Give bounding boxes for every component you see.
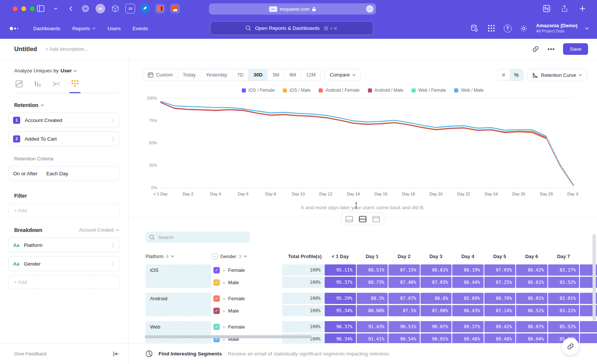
breakdown-gender[interactable]: Aa Gender ⋮ — [8, 256, 120, 271]
window-controls[interactable] — [13, 6, 35, 11]
share-icon[interactable] — [560, 4, 569, 13]
breakdown-scope-dropdown[interactable]: Account Created — [79, 228, 119, 233]
kebab-menu-icon[interactable]: ⋮ — [110, 242, 116, 248]
new-tab-button[interactable] — [578, 4, 587, 13]
copy-link-icon[interactable] — [532, 46, 539, 53]
extension-cube-icon[interactable] — [110, 4, 120, 13]
maximize-window-button[interactable] — [30, 6, 35, 11]
extension-soundcloud-icon[interactable] — [170, 4, 180, 13]
range-12m[interactable]: 12M — [301, 69, 320, 81]
nav-item-dashboards[interactable]: Dashboards — [29, 23, 65, 34]
legend-item[interactable]: Android / Male — [368, 88, 403, 93]
range-custom[interactable]: Custom — [143, 69, 178, 81]
horizontal-scrollbar[interactable] — [145, 335, 312, 338]
kebab-menu-icon[interactable]: ⋮ — [110, 136, 116, 142]
expand-row-icon[interactable]: › — [223, 308, 225, 314]
legend-item[interactable]: iOS / Male — [283, 88, 310, 93]
criteria-type[interactable]: On or After — [13, 171, 37, 176]
breakdown-section-label: Breakdown — [14, 227, 42, 233]
notion-icon[interactable] — [542, 4, 551, 13]
address-bar[interactable]: mixpanel.com — [209, 3, 376, 15]
chevron-down-icon[interactable] — [51, 4, 60, 13]
legend-item[interactable]: Web / Female — [412, 88, 446, 93]
add-breakdown-button[interactable]: + Add — [8, 275, 120, 289]
kebab-menu-icon[interactable]: ⋮ — [110, 117, 116, 123]
expand-row-icon[interactable]: › — [223, 280, 225, 285]
split-view-button[interactable] — [357, 214, 369, 223]
expand-row-icon[interactable]: › — [223, 267, 225, 273]
settings-gear-icon[interactable] — [519, 23, 529, 33]
retention-value-cell: 86.52% — [516, 305, 547, 316]
tab-retention[interactable] — [70, 80, 80, 89]
compare-button[interactable]: Compare — [325, 69, 361, 81]
save-button[interactable]: Save — [563, 43, 588, 55]
nav-item-users[interactable]: Users — [103, 23, 125, 34]
project-switcher[interactable]: Amazonia {Demo} All Project Data — [536, 23, 578, 34]
gender-label: Male — [228, 280, 239, 285]
close-window-button[interactable] — [13, 6, 18, 11]
nav-item-reports[interactable]: Reports — [68, 23, 100, 34]
range-today[interactable]: Today — [178, 69, 201, 81]
data-management-icon[interactable] — [469, 23, 479, 33]
add-filter-button[interactable]: + Add — [8, 203, 120, 217]
range-7d[interactable]: 7D — [232, 69, 249, 81]
table-search-input[interactable]: Search — [146, 232, 250, 243]
kebab-menu-icon[interactable]: ⋮ — [110, 261, 116, 267]
legend-item[interactable]: Web / Male — [454, 88, 483, 93]
more-options-button[interactable]: ••• — [547, 46, 555, 53]
extension-js-icon[interactable]: JS — [125, 4, 135, 13]
chart-only-view-button[interactable] — [343, 214, 355, 223]
report-title[interactable]: Untitled — [14, 46, 37, 53]
apps-grid-icon[interactable] — [487, 23, 496, 33]
collapse-sidebar-icon[interactable] — [113, 351, 119, 357]
breakdown-platform[interactable]: Aa Platform ⋮ — [8, 238, 120, 252]
series-checkbox[interactable]: ✓ — [213, 324, 220, 330]
platform-column-dropdown[interactable]: Platform4 — [146, 254, 211, 259]
tab-insights[interactable] — [14, 80, 24, 89]
legend-item[interactable]: Android / Female — [319, 88, 359, 93]
extension-target-icon[interactable] — [81, 4, 90, 13]
mixpanel-logo[interactable] — [10, 27, 18, 30]
chart-type-dropdown[interactable]: Retention Curve — [527, 69, 587, 81]
series-checkbox[interactable]: ✓ — [213, 308, 220, 314]
series-checkbox[interactable]: ✓ — [213, 279, 220, 286]
table-only-view-button[interactable] — [370, 214, 382, 223]
criteria-interval[interactable]: Each Day — [46, 171, 68, 176]
minimize-window-button[interactable] — [21, 6, 26, 11]
series-checkbox[interactable]: ✓ — [213, 267, 220, 273]
extension-red-icon[interactable] — [155, 4, 165, 13]
report-description-placeholder[interactable]: + Add description... — [45, 46, 88, 52]
find-segments-title[interactable]: Find Interesting Segments — [159, 351, 222, 357]
share-link-fab[interactable] — [562, 338, 579, 355]
extension-m-icon[interactable]: m — [96, 4, 105, 13]
range-3m[interactable]: 3M — [268, 69, 284, 81]
back-button[interactable] — [66, 4, 75, 13]
percent-format-button[interactable]: % — [510, 69, 523, 81]
retention-section-label[interactable]: Retention — [14, 102, 38, 108]
range-yesterday[interactable]: Yesterday — [201, 69, 232, 81]
retention-value-cell: 86.44% — [452, 277, 484, 288]
vertical-scrollbar[interactable] — [593, 234, 596, 321]
nav-item-events[interactable]: Events — [128, 23, 152, 34]
indeterminate-checkbox[interactable]: − — [212, 253, 218, 259]
help-icon[interactable]: ? — [504, 25, 512, 32]
retention-step-b[interactable]: 2 Added To Cart ⋮ — [8, 131, 120, 146]
expand-row-icon[interactable]: › — [223, 324, 225, 330]
extension-bird-icon[interactable] — [140, 4, 150, 13]
retention-step-a[interactable]: 1 Account Created ⋮ — [8, 113, 120, 128]
retention-criteria-card[interactable]: On or After Each Day — [8, 166, 120, 181]
tab-flows[interactable] — [51, 80, 61, 89]
analyze-entity-dropdown[interactable]: User — [60, 68, 72, 73]
expand-row-icon[interactable]: › — [223, 296, 225, 301]
sidebar-toggle-icon[interactable] — [36, 4, 46, 13]
give-feedback-link[interactable]: Give Feedback — [14, 351, 47, 357]
gender-column-dropdown[interactable]: −Gender3 — [212, 253, 281, 259]
range-6m[interactable]: 6M — [284, 69, 301, 81]
legend-item[interactable]: iOS / Female — [242, 88, 275, 93]
global-search-button[interactable]: Open Reports & Dashboards ⌘ + K — [210, 21, 373, 35]
series-checkbox[interactable]: ✓ — [213, 295, 220, 302]
url-extensions-button[interactable] — [366, 5, 373, 13]
range-30d[interactable]: 30D — [249, 69, 268, 81]
absolute-format-button[interactable]: # — [498, 69, 510, 81]
tab-funnels[interactable] — [33, 80, 43, 89]
